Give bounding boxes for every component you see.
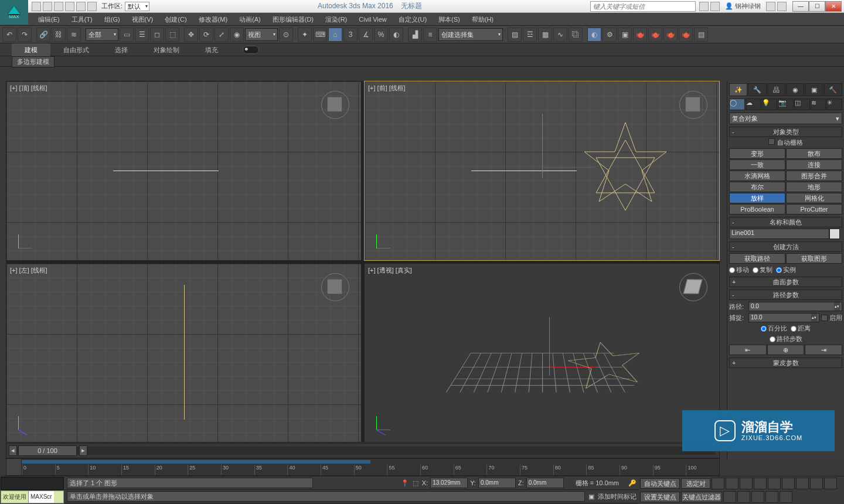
- enable-checkbox[interactable]: [821, 315, 828, 321]
- pick-main-button[interactable]: ⊕: [767, 345, 805, 355]
- move-radio[interactable]: [729, 267, 735, 273]
- help-icon[interactable]: [777, 2, 787, 11]
- objtype-网格化[interactable]: 网格化: [786, 193, 842, 203]
- distance-radio[interactable]: [791, 326, 797, 332]
- ribbon-tab-modeling[interactable]: 建模: [12, 43, 50, 56]
- objtype-水滴网格[interactable]: 水滴网格: [729, 171, 785, 181]
- nav-pan-button[interactable]: [824, 478, 837, 489]
- viewport-left[interactable]: [+] [左] [线框]: [6, 263, 362, 443]
- nav-fov-button[interactable]: [810, 478, 823, 489]
- viewport-perspective[interactable]: [+] [透视] [真实]: [364, 263, 720, 443]
- schematic-view-button[interactable]: ⿻: [569, 28, 583, 42]
- viewcube-front[interactable]: [677, 88, 710, 121]
- menu-动画(A)[interactable]: 动画(A): [233, 13, 267, 26]
- systems-cat-button[interactable]: ✳: [826, 98, 842, 110]
- objtype-ProCutter[interactable]: ProCutter: [786, 204, 842, 214]
- add-time-tag-icon[interactable]: ▣: [588, 493, 594, 500]
- rollout-name-color[interactable]: -名称和颜色: [729, 217, 842, 227]
- render-activeshade-button[interactable]: 🫖: [663, 28, 678, 42]
- bind-spacewarp-button[interactable]: ≋: [67, 28, 81, 42]
- path-spinner[interactable]: 0.0▴▾: [748, 302, 842, 311]
- qat-new-icon[interactable]: [32, 2, 41, 11]
- rendered-frame-button[interactable]: ▣: [618, 28, 632, 42]
- trackbar-toggle-icon[interactable]: [6, 459, 22, 475]
- angle-snap-button[interactable]: 3: [343, 28, 358, 42]
- render-online-button[interactable]: 🫖: [679, 28, 693, 42]
- objtype-散布[interactable]: 散布: [786, 148, 842, 159]
- maxscript-mini-listener[interactable]: [1, 477, 64, 490]
- unlink-button[interactable]: ⛓: [52, 28, 66, 42]
- transform-z-input[interactable]: 0.0mm: [526, 478, 564, 488]
- link-button[interactable]: 🔗: [36, 28, 50, 42]
- ribbon-tab-selection[interactable]: 选择: [102, 43, 141, 56]
- close-button[interactable]: ✕: [825, 1, 842, 12]
- viewcube-top[interactable]: [319, 88, 352, 121]
- geometry-cat-button[interactable]: ◯: [729, 98, 745, 110]
- transform-y-input[interactable]: 0.0mm: [478, 478, 516, 488]
- hierarchy-tab[interactable]: 品: [767, 83, 785, 96]
- rollout-path-params[interactable]: -路径参数: [729, 290, 842, 300]
- nav-maximize-button[interactable]: [751, 491, 764, 503]
- objtype-连接[interactable]: 连接: [786, 159, 842, 170]
- selection-lock-icon[interactable]: 📍: [401, 479, 409, 487]
- qat-redo-icon[interactable]: [76, 2, 86, 11]
- objtype-ProBoolean[interactable]: ProBoolean: [729, 204, 785, 214]
- menu-编辑(E)[interactable]: 编辑(E): [32, 13, 66, 26]
- keyboard-shortcut-button[interactable]: ⌨: [313, 28, 327, 42]
- menu-自定义(U)[interactable]: 自定义(U): [393, 13, 433, 26]
- qat-project-icon[interactable]: [87, 2, 97, 11]
- toggle-layer-button[interactable]: ▤: [508, 28, 522, 42]
- pick-prev-button[interactable]: ⇤: [729, 345, 767, 355]
- object-name-input[interactable]: Line001: [729, 229, 829, 239]
- category-dropdown[interactable]: 复合对象: [729, 113, 842, 124]
- curve-editor-button[interactable]: ∿: [553, 28, 567, 42]
- objtype-地形[interactable]: 地形: [786, 182, 842, 192]
- time-config-button[interactable]: [723, 491, 736, 503]
- play-start-button[interactable]: [712, 478, 724, 489]
- ribbon-minimize-toggle[interactable]: [243, 46, 259, 54]
- time-slider[interactable]: ◂ 0 / 100 ▸: [6, 443, 720, 458]
- time-prev-button[interactable]: ◂: [9, 445, 17, 456]
- favorites-icon[interactable]: [766, 2, 775, 11]
- time-next-button[interactable]: ▸: [79, 445, 87, 456]
- autogrid-checkbox[interactable]: [768, 138, 775, 145]
- ribbon-panel-polymodeling[interactable]: 多边形建模: [12, 56, 55, 67]
- search-icon[interactable]: [699, 2, 709, 11]
- rollout-skin-params[interactable]: +蒙皮参数: [729, 357, 842, 368]
- qat-undo-icon[interactable]: [65, 2, 74, 11]
- create-tab[interactable]: ✨: [729, 83, 747, 96]
- spinner-snap-button[interactable]: %: [374, 28, 388, 42]
- utilities-tab[interactable]: 🔨: [824, 83, 842, 96]
- menu-渲染(R)[interactable]: 渲染(R): [319, 13, 353, 26]
- signed-in-user[interactable]: 👤 钢神绿钢: [725, 2, 761, 11]
- display-tab[interactable]: ▣: [805, 83, 823, 96]
- menu-帮助(H)[interactable]: 帮助(H): [466, 13, 499, 26]
- ref-coord-dropdown[interactable]: 视图: [245, 28, 278, 41]
- rollout-creation-method[interactable]: -创建方法: [729, 241, 842, 252]
- copy-radio[interactable]: [753, 267, 758, 273]
- menu-组(G)[interactable]: 组(G): [98, 13, 126, 26]
- ribbon-tab-objectpaint[interactable]: 对象绘制: [141, 43, 192, 56]
- add-time-tag-label[interactable]: 添加时间标记: [598, 492, 637, 501]
- selection-filter-dropdown[interactable]: 全部: [86, 28, 118, 41]
- move-button[interactable]: ✥: [184, 28, 198, 42]
- viewcube-persp[interactable]: [677, 271, 710, 304]
- window-crossing-button[interactable]: ⬚: [165, 28, 179, 42]
- align-button[interactable]: ≡: [423, 28, 437, 42]
- shapes-cat-button[interactable]: ☁: [746, 98, 761, 110]
- get-path-button[interactable]: 获取路径: [729, 253, 785, 264]
- play-button[interactable]: [740, 478, 753, 489]
- select-object-button[interactable]: ▭: [120, 28, 134, 42]
- exchange-icon[interactable]: [710, 2, 720, 11]
- nav-zoomall-button[interactable]: [796, 478, 809, 489]
- play-prev-button[interactable]: [726, 478, 738, 489]
- render-setup-button[interactable]: ⚙: [603, 28, 617, 42]
- menu-视图(V)[interactable]: 视图(V): [126, 13, 159, 26]
- lights-cat-button[interactable]: 💡: [761, 98, 777, 110]
- cameras-cat-button[interactable]: 📷: [778, 98, 794, 110]
- time-slider-knob[interactable]: 0 / 100: [18, 445, 77, 456]
- objtype-一致[interactable]: 一致: [729, 159, 785, 170]
- toggle-ribbon-button[interactable]: ▦: [538, 28, 552, 42]
- material-editor-button[interactable]: ◐: [587, 28, 601, 42]
- selected-only-dropdown[interactable]: 选定对: [681, 478, 710, 489]
